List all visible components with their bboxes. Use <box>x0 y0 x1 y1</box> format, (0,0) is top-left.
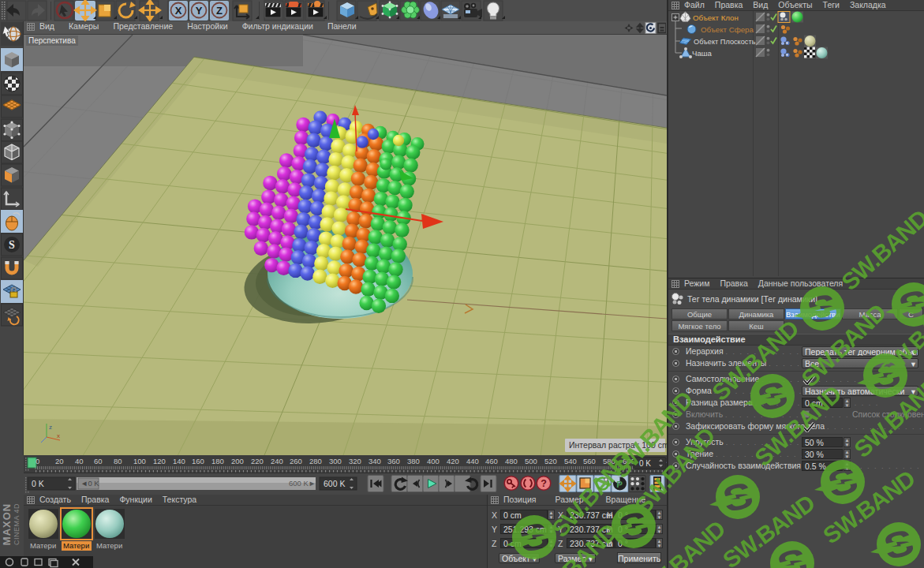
svg-text:z: z <box>49 424 52 431</box>
svg-text:340: 340 <box>368 457 381 465</box>
svg-text:600: 600 <box>623 457 635 465</box>
svg-text:Матери: Матери <box>63 541 89 550</box>
svg-text:X: X <box>175 5 182 17</box>
svg-text:20: 20 <box>55 457 64 465</box>
svg-text:140: 140 <box>173 457 185 465</box>
svg-text:400: 400 <box>427 457 440 465</box>
svg-text:0: 0 <box>36 457 39 465</box>
svg-text:60: 60 <box>94 457 103 465</box>
svg-text:x: x <box>57 432 60 439</box>
svg-text:40: 40 <box>75 457 84 465</box>
svg-text:Матери: Матери <box>96 541 122 550</box>
svg-text:460: 460 <box>485 457 498 465</box>
svg-text:520: 520 <box>544 457 557 465</box>
svg-text:Матери: Матери <box>30 541 56 550</box>
svg-text:0 K: 0 K <box>32 479 44 488</box>
svg-text:220: 220 <box>251 457 264 465</box>
svg-text:240: 240 <box>271 457 283 465</box>
svg-text:Чаша: Чаша <box>692 49 713 58</box>
svg-text:0 K: 0 K <box>639 459 651 468</box>
svg-text:500: 500 <box>525 457 537 465</box>
svg-text:260: 260 <box>290 457 302 465</box>
svg-text:180: 180 <box>211 457 224 465</box>
svg-text:600 K: 600 K <box>324 479 345 488</box>
svg-text:Интервал растра : 100 cm: Интервал растра : 100 cm <box>569 440 667 450</box>
svg-text:440: 440 <box>466 457 479 465</box>
svg-text:360: 360 <box>387 457 400 465</box>
svg-text:Объект Сфера: Объект Сфера <box>701 25 754 34</box>
svg-text:160: 160 <box>192 457 204 465</box>
svg-text:◄0 K: ◄0 K <box>80 479 99 488</box>
svg-text:Перспектива: Перспектива <box>28 36 76 45</box>
svg-text:Z: Z <box>216 5 223 17</box>
svg-text:580: 580 <box>603 457 615 465</box>
svg-text:?: ? <box>541 478 547 489</box>
svg-text:Y: Y <box>196 5 203 17</box>
svg-text:540: 540 <box>564 457 577 465</box>
svg-text:420: 420 <box>447 457 459 465</box>
svg-text:120: 120 <box>153 457 166 465</box>
svg-text:300: 300 <box>329 457 342 465</box>
svg-text:Объект Плоскость: Объект Плоскость <box>694 38 756 46</box>
svg-text:280: 280 <box>309 457 322 465</box>
svg-text:P: P <box>616 480 623 489</box>
svg-text:Объект Клон: Объект Клон <box>693 13 739 22</box>
svg-text:600 K►: 600 K► <box>289 479 316 488</box>
svg-text:480: 480 <box>505 457 518 465</box>
svg-text:200: 200 <box>231 457 244 465</box>
svg-text:S: S <box>9 239 15 251</box>
svg-text:560: 560 <box>583 457 596 465</box>
svg-text:80: 80 <box>114 457 122 465</box>
svg-text:100: 100 <box>133 457 146 465</box>
svg-text:320: 320 <box>349 457 361 465</box>
svg-text:380: 380 <box>407 457 420 465</box>
